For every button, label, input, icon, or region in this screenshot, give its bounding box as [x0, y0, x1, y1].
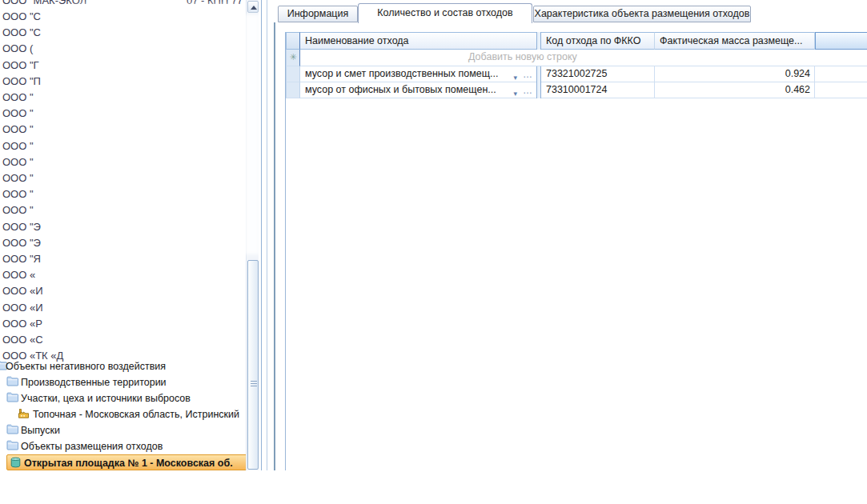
thumb-grip [251, 381, 257, 382]
tab-site-characteristics[interactable]: Характеристика объекта размещения отходо… [533, 6, 751, 22]
waste-name-cell[interactable]: мусор от офисных и бытовых помещен...▾… [300, 82, 536, 98]
tree-item-label: Объекты негативного воздействия [6, 361, 166, 372]
dropdown-arrow-icon[interactable]: ▾ [513, 86, 517, 98]
scroll-up-arrow-icon [251, 6, 257, 10]
extra-cell[interactable] [815, 66, 867, 82]
waste-name-text: мусор и смет производственных помещ... [305, 68, 498, 79]
column-header-waste-name[interactable]: Наименование отхода [300, 32, 536, 50]
thumb-grip [251, 386, 257, 386]
redaction-blur-over-scrollbar [245, 14, 259, 254]
tree-item-label: Производственные территории [21, 377, 167, 388]
redaction-blur [64, 5, 247, 357]
new-row-icon: ✳ [289, 52, 296, 62]
tree-item[interactable]: Производственные территории [0, 374, 264, 390]
tab-page-left-border [274, 22, 275, 470]
factory-icon [18, 408, 30, 421]
organizations-panel: ООО "МАК-ЭКОЛ 07 - КПП 77 ООО "СООО "СОО… [0, 0, 266, 470]
tree-item[interactable]: Участки, цеха и источники выбросов [0, 390, 264, 406]
tree-item-label: Участки, цеха и источники выбросов [21, 393, 191, 404]
folder-icon [6, 376, 18, 389]
fkko-code-cell[interactable]: 73310001724 [541, 82, 655, 98]
fkko-code-cell[interactable]: 73321002725 [541, 66, 655, 82]
tree-item-label: Топочная - Московская область, Истрински… [33, 409, 239, 420]
extra-cell[interactable] [815, 82, 867, 98]
tree-item[interactable]: Топочная - Московская область, Истрински… [0, 406, 264, 422]
tree-item-label: Выпуски [21, 425, 60, 436]
thumb-grip [251, 383, 257, 384]
column-header-fkko-code[interactable]: Код отхода по ФККО [541, 32, 655, 50]
actual-mass-cell[interactable]: 0.924 [655, 66, 815, 82]
new-row-marker[interactable]: ✳ [286, 50, 300, 66]
tree-item[interactable]: Открытая площадка № 1 - Московская об. [6, 454, 248, 470]
actual-mass-cell[interactable]: 0.462 [655, 82, 815, 98]
tree-item[interactable]: Выпуски [0, 422, 264, 438]
tab-information[interactable]: Информация [278, 6, 358, 22]
tree-item[interactable]: Объекты размещения отходов [0, 438, 264, 454]
row-marker-header [286, 32, 300, 50]
tree-item-label: Объекты размещения отходов [21, 441, 163, 452]
row-marker[interactable] [286, 66, 300, 82]
tree-item-label: Открытая площадка № 1 - Московская об. [24, 458, 233, 469]
dropdown-arrow-icon[interactable]: ▾ [513, 70, 517, 82]
scrollbar-thumb[interactable] [247, 260, 259, 470]
folder-icon [6, 392, 18, 405]
left-panel-border-inner [267, 0, 267, 470]
folder-icon [6, 440, 18, 453]
waste-name-text: мусор от офисных и бытовых помещен... [305, 84, 496, 95]
add-new-row[interactable]: Добавить новую строку [300, 50, 867, 66]
tab-waste-quantity[interactable]: Количество и состав отходов [358, 3, 532, 23]
left-panel-border [261, 0, 262, 470]
row-marker[interactable] [286, 82, 300, 98]
tree-item[interactable]: Объекты негативного воздействия [0, 358, 264, 374]
waste-site-icon [10, 457, 21, 470]
ellipsis-button[interactable]: … [523, 83, 532, 98]
add-new-row-label: Добавить новую строку [468, 51, 577, 62]
waste-name-cell[interactable]: мусор и смет производственных помещ...▾… [300, 66, 536, 82]
ellipsis-button[interactable]: … [523, 67, 532, 82]
column-header-extra[interactable] [815, 32, 867, 50]
folder-icon [6, 424, 18, 437]
column-header-actual-mass[interactable]: Фактическая масса размеще... [655, 32, 815, 50]
scroll-up-button[interactable] [247, 1, 259, 13]
